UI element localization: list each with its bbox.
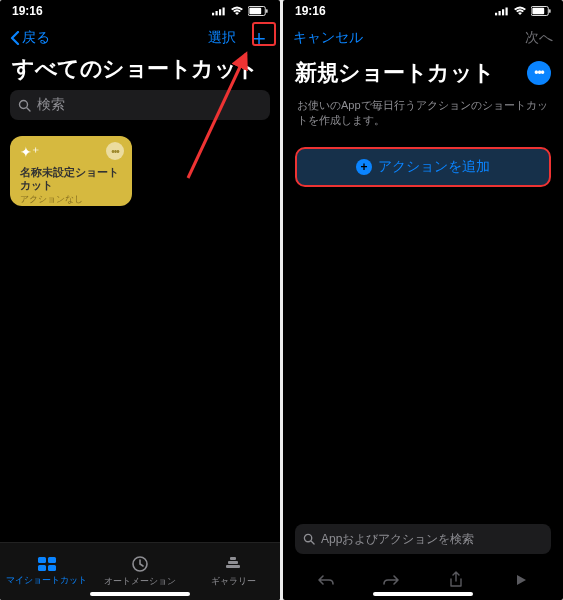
- play-button[interactable]: [510, 573, 532, 591]
- wifi-icon: [230, 6, 244, 16]
- status-time: 19:16: [295, 4, 326, 18]
- phone-left: 19:16 戻る 選択 ＋ すべてのショートカット 検索 ✦⁺ ••• 名称未設…: [0, 0, 280, 600]
- next-button[interactable]: 次へ: [525, 29, 553, 47]
- redo-icon: [382, 573, 400, 587]
- search-bar[interactable]: 検索: [10, 90, 270, 120]
- play-icon: [514, 573, 528, 587]
- svg-rect-3: [223, 8, 225, 16]
- svg-rect-9: [38, 557, 46, 563]
- status-bar: 19:16: [0, 0, 280, 22]
- svg-rect-5: [249, 8, 261, 14]
- shortcut-card[interactable]: ✦⁺ ••• 名称未設定ショートカット アクションなし: [10, 136, 132, 206]
- automation-icon: [131, 555, 149, 573]
- card-more-button[interactable]: •••: [106, 142, 124, 160]
- tab-gallery[interactable]: ギャラリー: [187, 543, 280, 600]
- cellular-icon: [495, 6, 509, 16]
- cancel-button[interactable]: キャンセル: [293, 29, 363, 47]
- page-title: 新規ショートカット: [295, 58, 495, 88]
- svg-rect-2: [219, 9, 221, 15]
- action-search-bar[interactable]: Appおよびアクションを検索: [295, 524, 551, 554]
- home-indicator[interactable]: [90, 592, 190, 596]
- select-button[interactable]: 選択: [208, 29, 236, 47]
- svg-line-26: [311, 541, 314, 544]
- svg-rect-1: [216, 11, 218, 15]
- tab-my-shortcuts[interactable]: マイショートカット: [0, 543, 93, 600]
- svg-rect-10: [48, 557, 56, 563]
- add-button[interactable]: ＋: [248, 27, 270, 49]
- svg-rect-15: [228, 561, 238, 564]
- status-bar: 19:16: [283, 0, 563, 22]
- undo-icon: [317, 573, 335, 587]
- add-action-label: アクションを追加: [378, 158, 490, 176]
- redo-button[interactable]: [380, 573, 402, 591]
- undo-button[interactable]: [315, 573, 337, 591]
- nav-bar: 戻る 選択 ＋: [0, 22, 280, 54]
- svg-rect-18: [495, 13, 497, 16]
- card-subtitle: アクションなし: [20, 193, 122, 206]
- magic-wand-icon: ✦⁺: [20, 144, 39, 160]
- svg-rect-12: [48, 565, 56, 571]
- page-subtitle: お使いのAppで毎日行うアクションのショートカットを作成します。: [283, 96, 563, 141]
- status-time: 19:16: [12, 4, 43, 18]
- status-indicators: [495, 6, 551, 16]
- battery-icon: [531, 6, 551, 16]
- page-title: すべてのショートカット: [0, 54, 280, 90]
- add-action-button[interactable]: + アクションを追加: [295, 147, 551, 187]
- status-indicators: [212, 6, 268, 16]
- svg-rect-14: [226, 565, 240, 568]
- grid-icon: [37, 556, 57, 572]
- share-icon: [449, 571, 463, 589]
- svg-rect-24: [549, 9, 550, 13]
- battery-icon: [248, 6, 268, 16]
- bottom-toolbar: Appおよびアクションを検索: [283, 514, 563, 564]
- gallery-icon: [224, 555, 242, 573]
- tab-label: オートメーション: [104, 575, 176, 588]
- content-area: ✦⁺ ••• 名称未設定ショートカット アクションなし: [0, 128, 280, 542]
- chevron-left-icon: [10, 31, 20, 45]
- svg-rect-23: [532, 8, 544, 14]
- cellular-icon: [212, 6, 226, 16]
- tab-label: マイショートカット: [6, 574, 87, 587]
- card-title: 名称未設定ショートカット: [20, 166, 122, 192]
- svg-rect-6: [266, 9, 267, 13]
- search-icon: [303, 533, 315, 545]
- nav-bar: キャンセル 次へ: [283, 22, 563, 54]
- svg-rect-11: [38, 565, 46, 571]
- svg-point-25: [304, 534, 311, 541]
- content-area: [283, 193, 563, 514]
- svg-rect-16: [230, 557, 236, 560]
- home-indicator[interactable]: [373, 592, 473, 596]
- svg-rect-20: [502, 9, 504, 15]
- action-search-placeholder: Appおよびアクションを検索: [321, 531, 474, 548]
- phone-right: 19:16 キャンセル 次へ 新規ショートカット ••• お使いのAppで毎日行…: [283, 0, 563, 600]
- back-label: 戻る: [22, 29, 50, 47]
- svg-rect-19: [499, 11, 501, 15]
- wifi-icon: [513, 6, 527, 16]
- plus-circle-icon: +: [356, 159, 372, 175]
- svg-rect-0: [212, 13, 214, 16]
- more-button[interactable]: •••: [527, 61, 551, 85]
- tab-label: ギャラリー: [211, 575, 256, 588]
- svg-point-7: [20, 100, 28, 108]
- svg-line-8: [27, 108, 30, 111]
- share-button[interactable]: [445, 571, 467, 593]
- search-icon: [18, 99, 31, 112]
- svg-rect-21: [506, 8, 508, 16]
- back-button[interactable]: 戻る: [10, 29, 50, 47]
- search-placeholder: 検索: [37, 96, 65, 114]
